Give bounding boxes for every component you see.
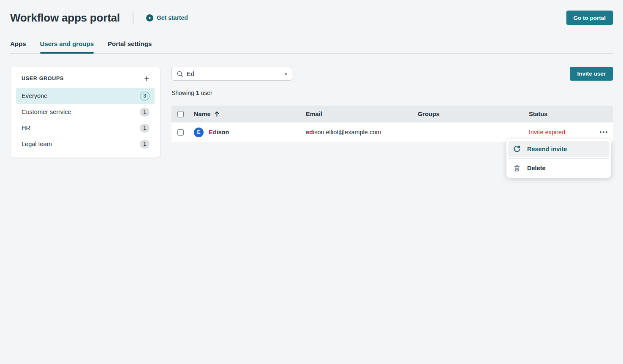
title-separator [133,11,133,24]
refresh-icon [513,145,521,153]
user-name: Edison [209,129,229,136]
table-header-row: Name Email Groups Status [171,106,613,122]
search-icon [177,71,183,77]
summary-divider [218,93,613,93]
group-count-badge: 1 [140,108,150,117]
plus-icon[interactable]: + [144,74,149,83]
group-label: Customer serrvice [22,109,71,115]
column-header-email[interactable]: Email [306,111,418,117]
row-checkbox[interactable] [177,129,184,136]
group-count-badge: 1 [140,124,150,133]
play-icon [146,14,153,22]
tab-users-and-groups[interactable]: Users and groups [40,40,94,53]
user-email-cell: edison.elliot@example.com [306,129,418,136]
menu-item-delete[interactable]: Delete [508,160,609,176]
tab-bar: Apps Users and groups Portal settings [10,40,613,54]
menu-item-resend-invite[interactable]: Resend invite [508,141,609,157]
column-header-name[interactable]: Name [194,111,306,117]
group-label: HR [22,125,30,131]
column-header-status[interactable]: Status [529,111,613,117]
user-groups-header: USER GROUPS + [16,74,155,83]
status-badge: Invite expired [529,129,565,136]
column-header-groups[interactable]: Groups [418,111,529,117]
row-checkbox-cell [171,129,194,136]
group-count-badge: 3 [140,92,150,101]
sidebar-item-legal-team[interactable]: Legal team 1 [16,136,155,152]
go-to-portal-button[interactable]: Go to portal [566,11,613,25]
ellipsis-icon[interactable] [599,129,608,136]
group-label: Everyone [22,92,47,99]
top-bar: Workflow apps portal Get started Go to p… [10,0,613,25]
group-count-badge: 1 [140,140,150,149]
showing-suffix: user [201,90,212,96]
close-icon[interactable]: × [284,71,288,77]
menu-divider [508,158,609,159]
get-started-label: Get started [157,14,188,21]
search-input[interactable] [187,71,280,77]
user-name-cell: E Edison [194,128,306,137]
invite-user-button[interactable]: Invite user [570,67,613,81]
avatar: E [194,128,204,137]
tab-portal-settings[interactable]: Portal settings [108,40,152,53]
showing-prefix: Showing [171,90,194,96]
main-toolbar: × Invite user [171,67,613,81]
result-count: 1 [196,90,199,96]
user-groups-panel: USER GROUPS + Everyone 3 Customer serrvi… [10,67,161,158]
main-panel: × Invite user Showing 1 user Name [171,67,613,142]
sidebar-item-everyone[interactable]: Everyone 3 [16,88,155,104]
group-label: Legal team [22,141,52,147]
results-summary: Showing 1 user [171,90,613,96]
sidebar-item-customer-service[interactable]: Customer serrvice 1 [16,104,155,120]
header-checkbox-cell [171,111,194,117]
sidebar-item-hr[interactable]: HR 1 [16,120,155,136]
menu-item-label: Resend invite [527,146,567,152]
page-title: Workflow apps portal [10,11,120,24]
users-table: Name Email Groups Status [171,106,613,142]
row-context-menu: Resend invite Delete [506,139,611,178]
page: Workflow apps portal Get started Go to p… [0,0,623,158]
user-status-cell: Invite expired [529,129,613,136]
trash-icon [513,165,521,172]
arrow-up-icon [214,111,220,117]
tab-apps[interactable]: Apps [10,40,26,53]
user-groups-title: USER GROUPS [22,76,64,81]
get-started-link[interactable]: Get started [146,14,188,22]
menu-item-label: Delete [527,165,546,171]
user-search-box: × [171,67,292,81]
select-all-checkbox[interactable] [177,111,184,117]
